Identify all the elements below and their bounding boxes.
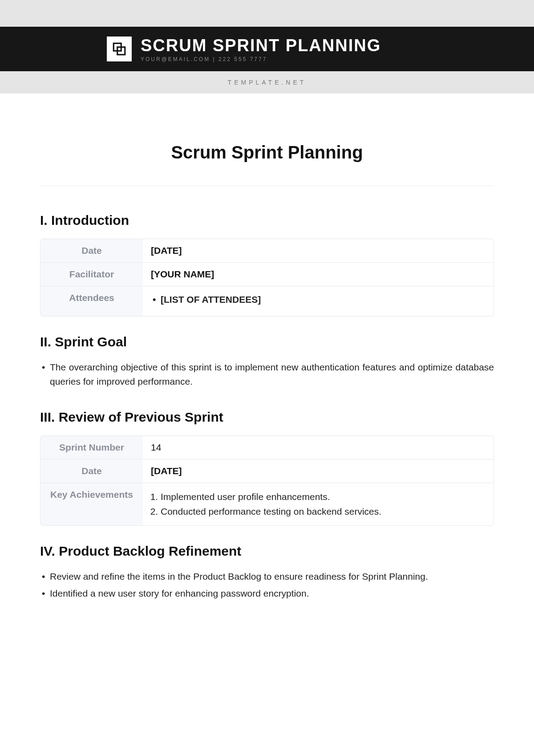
intro-date-value: [DATE] [143, 239, 494, 263]
table-row: Sprint Number 14 [40, 436, 494, 459]
overlap-squares-icon [112, 41, 127, 57]
logo-box [107, 37, 132, 61]
review-table: Sprint Number 14 Date [DATE] Key Achieve… [40, 435, 494, 526]
review-num-value: 14 [143, 436, 494, 459]
section-heading-review: III. Review of Previous Sprint [40, 410, 494, 425]
attendee-item: [LIST OF ATTENDEES] [151, 293, 485, 307]
intro-facilitator-label: Facilitator [40, 263, 143, 286]
banner-subline: YOUR@EMAIL.COM | 222 555 7777 [141, 56, 381, 62]
table-row: Key Achievements Implemented user profil… [40, 483, 494, 525]
achievement-item: Implemented user profile enhancements. [161, 489, 485, 504]
goal-list: The overarching objective of this sprint… [40, 360, 494, 389]
review-date-value: [DATE] [143, 459, 494, 483]
page-title: Scrum Sprint Planning [40, 142, 494, 163]
review-ach-label: Key Achievements [40, 483, 143, 525]
review-date-label: Date [40, 459, 143, 483]
review-ach-value: Implemented user profile enhancements. C… [143, 483, 494, 525]
backlog-item: Review and refine the items in the Produ… [40, 569, 494, 584]
intro-date-label: Date [40, 239, 143, 263]
divider [40, 186, 494, 186]
backlog-list: Review and refine the items in the Produ… [40, 569, 494, 601]
page-body: Scrum Sprint Planning I. Introduction Da… [0, 93, 534, 622]
intro-facilitator-value: [YOUR NAME] [143, 263, 494, 286]
intro-table: Date [DATE] Facilitator [YOUR NAME] Atte… [40, 239, 494, 317]
table-row: Date [DATE] [40, 239, 494, 263]
intro-attendees-value: [LIST OF ATTENDEES] [143, 286, 494, 316]
watermark-text: TEMPLATE.NET [228, 79, 307, 86]
banner: SCRUM SPRINT PLANNING YOUR@EMAIL.COM | 2… [0, 27, 534, 71]
review-num-label: Sprint Number [40, 436, 143, 459]
section-heading-backlog: IV. Product Backlog Refinement [40, 544, 494, 559]
table-row: Date [DATE] [40, 459, 494, 483]
table-row: Attendees [LIST OF ATTENDEES] [40, 286, 494, 316]
table-row: Facilitator [YOUR NAME] [40, 263, 494, 286]
top-gray-band [0, 0, 534, 27]
backlog-item: Identified a new user story for enhancin… [40, 586, 494, 601]
achievement-item: Conducted performance testing on backend… [161, 504, 485, 519]
banner-title: SCRUM SPRINT PLANNING [141, 36, 381, 55]
intro-attendees-label: Attendees [40, 286, 143, 316]
section-heading-intro: I. Introduction [40, 213, 494, 228]
section-heading-goal: II. Sprint Goal [40, 334, 494, 350]
watermark-band: TEMPLATE.NET [0, 71, 534, 93]
banner-text: SCRUM SPRINT PLANNING YOUR@EMAIL.COM | 2… [141, 36, 381, 62]
goal-item: The overarching objective of this sprint… [40, 360, 494, 389]
